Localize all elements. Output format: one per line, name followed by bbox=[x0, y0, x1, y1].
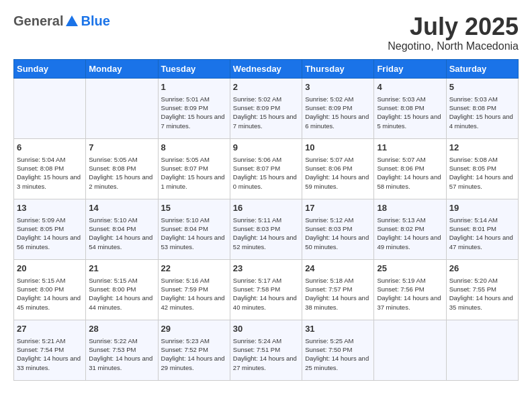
daylight-text-16: Daylight: 14 hours and 52 minutes. bbox=[233, 233, 299, 251]
week-row-4: 20Sunrise: 5:15 AMSunset: 8:00 PMDayligh… bbox=[14, 259, 519, 320]
daylight-text-3: Daylight: 15 hours and 6 minutes. bbox=[305, 112, 371, 130]
sunset-text-24: Sunset: 7:57 PM bbox=[305, 285, 371, 293]
weekday-header-tuesday: Tuesday bbox=[158, 59, 230, 78]
cell-content-day-3: 3Sunrise: 5:02 AMSunset: 8:09 PMDaylight… bbox=[305, 81, 371, 130]
logo-general-text: General bbox=[13, 13, 63, 29]
day-number-27: 27 bbox=[17, 323, 83, 335]
cell-content-day-27: 27Sunrise: 5:21 AMSunset: 7:54 PMDayligh… bbox=[17, 323, 83, 372]
day-number-19: 19 bbox=[449, 202, 515, 214]
daylight-text-20: Daylight: 14 hours and 45 minutes. bbox=[17, 293, 83, 312]
daylight-text-27: Daylight: 14 hours and 33 minutes. bbox=[17, 354, 83, 372]
calendar-cell-day-20: 20Sunrise: 5:15 AMSunset: 8:00 PMDayligh… bbox=[14, 259, 86, 320]
daylight-text-29: Daylight: 14 hours and 29 minutes. bbox=[161, 354, 227, 372]
day-number-13: 13 bbox=[17, 202, 83, 214]
day-number-31: 31 bbox=[305, 323, 371, 335]
day-number-18: 18 bbox=[377, 202, 443, 214]
sunrise-text-12: Sunrise: 5:08 AM bbox=[449, 155, 515, 164]
cell-content-day-11: 11Sunrise: 5:07 AMSunset: 8:06 PMDayligh… bbox=[377, 142, 443, 191]
cell-content-day-9: 9Sunrise: 5:06 AMSunset: 8:07 PMDaylight… bbox=[233, 142, 299, 191]
sunset-text-20: Sunset: 8:00 PM bbox=[17, 285, 83, 293]
calendar-cell-day-2: 2Sunrise: 5:02 AMSunset: 8:09 PMDaylight… bbox=[230, 78, 302, 138]
page-header: General Blue July 2025 Negotino, North M… bbox=[13, 13, 519, 52]
sunset-text-23: Sunset: 7:58 PM bbox=[233, 285, 299, 293]
daylight-text-10: Daylight: 14 hours and 59 minutes. bbox=[305, 173, 371, 191]
daylight-text-21: Daylight: 14 hours and 44 minutes. bbox=[89, 293, 154, 312]
calendar-cell-day-28: 28Sunrise: 5:22 AMSunset: 7:53 PMDayligh… bbox=[86, 320, 158, 380]
day-number-15: 15 bbox=[161, 202, 227, 214]
day-number-9: 9 bbox=[233, 142, 299, 154]
calendar-cell-day-31: 31Sunrise: 5:25 AMSunset: 7:50 PMDayligh… bbox=[302, 320, 374, 380]
calendar-cell-day-22: 22Sunrise: 5:16 AMSunset: 7:59 PMDayligh… bbox=[158, 259, 230, 320]
day-number-5: 5 bbox=[449, 81, 515, 93]
svg-marker-0 bbox=[66, 15, 78, 26]
daylight-text-17: Daylight: 14 hours and 50 minutes. bbox=[305, 233, 371, 251]
cell-content-day-26: 26Sunrise: 5:20 AMSunset: 7:55 PMDayligh… bbox=[449, 263, 515, 312]
daylight-text-23: Daylight: 14 hours and 40 minutes. bbox=[233, 293, 299, 312]
weekday-header-row: SundayMondayTuesdayWednesdayThursdayFrid… bbox=[14, 59, 519, 78]
sunrise-text-2: Sunrise: 5:02 AM bbox=[233, 95, 299, 103]
sunset-text-12: Sunset: 8:05 PM bbox=[449, 164, 515, 173]
sunrise-text-22: Sunrise: 5:16 AM bbox=[161, 276, 227, 285]
sunrise-text-29: Sunrise: 5:23 AM bbox=[161, 336, 227, 345]
weekday-header-wednesday: Wednesday bbox=[230, 59, 302, 78]
week-row-5: 27Sunrise: 5:21 AMSunset: 7:54 PMDayligh… bbox=[14, 320, 519, 380]
sunrise-text-1: Sunrise: 5:01 AM bbox=[161, 95, 227, 103]
sunset-text-26: Sunset: 7:55 PM bbox=[449, 285, 515, 293]
daylight-text-30: Daylight: 14 hours and 27 minutes. bbox=[233, 354, 299, 372]
logo: General Blue bbox=[13, 13, 110, 29]
calendar-cell-day-25: 25Sunrise: 5:19 AMSunset: 7:56 PMDayligh… bbox=[374, 259, 446, 320]
empty-cell bbox=[14, 78, 86, 138]
calendar-cell-day-9: 9Sunrise: 5:06 AMSunset: 8:07 PMDaylight… bbox=[230, 138, 302, 199]
sunrise-text-16: Sunrise: 5:11 AM bbox=[233, 216, 299, 224]
empty-cell bbox=[374, 320, 446, 380]
calendar-cell-day-6: 6Sunrise: 5:04 AMSunset: 8:08 PMDaylight… bbox=[14, 138, 86, 199]
calendar-cell-day-14: 14Sunrise: 5:10 AMSunset: 8:04 PMDayligh… bbox=[86, 199, 158, 259]
sunrise-text-19: Sunrise: 5:14 AM bbox=[449, 216, 515, 224]
calendar-cell-day-29: 29Sunrise: 5:23 AMSunset: 7:52 PMDayligh… bbox=[158, 320, 230, 380]
calendar-cell-day-24: 24Sunrise: 5:18 AMSunset: 7:57 PMDayligh… bbox=[302, 259, 374, 320]
title-area: July 2025 Negotino, North Macedonia bbox=[388, 13, 519, 52]
sunrise-text-23: Sunrise: 5:17 AM bbox=[233, 276, 299, 285]
day-number-29: 29 bbox=[161, 323, 227, 335]
sunset-text-11: Sunset: 8:06 PM bbox=[377, 164, 443, 173]
logo-icon bbox=[64, 14, 79, 29]
day-number-7: 7 bbox=[89, 142, 154, 154]
cell-content-day-6: 6Sunrise: 5:04 AMSunset: 8:08 PMDaylight… bbox=[17, 142, 83, 191]
cell-content-day-12: 12Sunrise: 5:08 AMSunset: 8:05 PMDayligh… bbox=[449, 142, 515, 191]
sunset-text-31: Sunset: 7:50 PM bbox=[305, 345, 371, 354]
sunrise-text-3: Sunrise: 5:02 AM bbox=[305, 95, 371, 103]
sunrise-text-7: Sunrise: 5:05 AM bbox=[89, 155, 154, 164]
week-row-1: 1Sunrise: 5:01 AMSunset: 8:09 PMDaylight… bbox=[14, 78, 519, 138]
sunset-text-2: Sunset: 8:09 PM bbox=[233, 103, 299, 112]
daylight-text-15: Daylight: 14 hours and 53 minutes. bbox=[161, 233, 227, 251]
daylight-text-22: Daylight: 14 hours and 42 minutes. bbox=[161, 293, 227, 312]
sunset-text-9: Sunset: 8:07 PM bbox=[233, 164, 299, 173]
cell-content-day-24: 24Sunrise: 5:18 AMSunset: 7:57 PMDayligh… bbox=[305, 263, 371, 312]
sunrise-text-4: Sunrise: 5:03 AM bbox=[377, 95, 443, 103]
day-number-3: 3 bbox=[305, 81, 371, 93]
day-number-21: 21 bbox=[89, 263, 154, 275]
cell-content-day-30: 30Sunrise: 5:24 AMSunset: 7:51 PMDayligh… bbox=[233, 323, 299, 372]
cell-content-day-14: 14Sunrise: 5:10 AMSunset: 8:04 PMDayligh… bbox=[89, 202, 154, 251]
sunset-text-21: Sunset: 8:00 PM bbox=[89, 285, 154, 293]
day-number-26: 26 bbox=[449, 263, 515, 275]
cell-content-day-17: 17Sunrise: 5:12 AMSunset: 8:03 PMDayligh… bbox=[305, 202, 371, 251]
location-subtitle: Negotino, North Macedonia bbox=[388, 40, 519, 52]
cell-content-day-29: 29Sunrise: 5:23 AMSunset: 7:52 PMDayligh… bbox=[161, 323, 227, 372]
cell-content-day-2: 2Sunrise: 5:02 AMSunset: 8:09 PMDaylight… bbox=[233, 81, 299, 130]
sunset-text-14: Sunset: 8:04 PM bbox=[89, 224, 154, 233]
cell-content-day-8: 8Sunrise: 5:05 AMSunset: 8:07 PMDaylight… bbox=[161, 142, 227, 191]
sunset-text-17: Sunset: 8:03 PM bbox=[305, 224, 371, 233]
day-number-25: 25 bbox=[377, 263, 443, 275]
daylight-text-12: Daylight: 14 hours and 57 minutes. bbox=[449, 173, 515, 191]
calendar-cell-day-27: 27Sunrise: 5:21 AMSunset: 7:54 PMDayligh… bbox=[14, 320, 86, 380]
calendar-cell-day-10: 10Sunrise: 5:07 AMSunset: 8:06 PMDayligh… bbox=[302, 138, 374, 199]
daylight-text-14: Daylight: 14 hours and 54 minutes. bbox=[89, 233, 154, 251]
daylight-text-13: Daylight: 14 hours and 56 minutes. bbox=[17, 233, 83, 251]
weekday-header-thursday: Thursday bbox=[302, 59, 374, 78]
cell-content-day-31: 31Sunrise: 5:25 AMSunset: 7:50 PMDayligh… bbox=[305, 323, 371, 372]
month-year-title: July 2025 bbox=[388, 13, 519, 40]
sunset-text-29: Sunset: 7:52 PM bbox=[161, 345, 227, 354]
day-number-23: 23 bbox=[233, 263, 299, 275]
calendar-cell-day-21: 21Sunrise: 5:15 AMSunset: 8:00 PMDayligh… bbox=[86, 259, 158, 320]
